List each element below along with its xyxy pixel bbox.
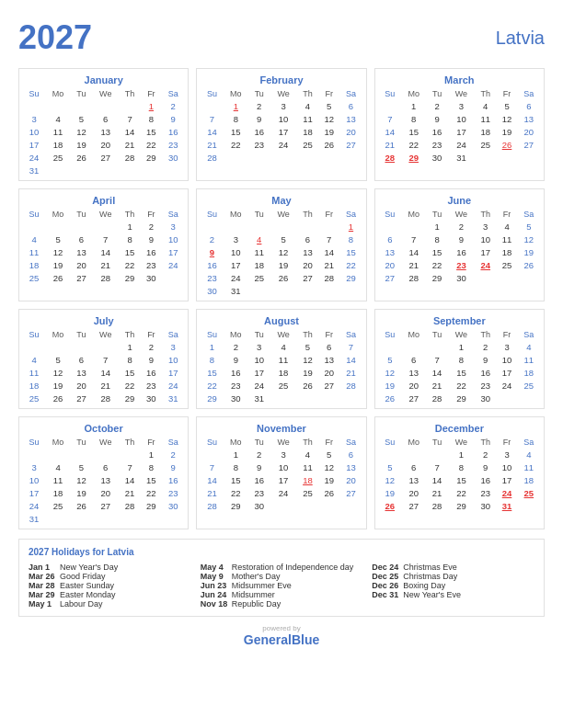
cal-day: 7: [119, 112, 140, 125]
brand-blue: Blue: [292, 632, 319, 647]
cal-day: 1: [201, 340, 223, 353]
cal-day: 23: [141, 258, 162, 271]
cal-day: 6: [401, 461, 427, 473]
cal-day: 18: [475, 125, 496, 138]
cal-day: [318, 392, 339, 404]
cal-day: 6: [518, 99, 540, 112]
cal-day: 13: [318, 353, 339, 366]
cal-day: 29: [119, 271, 140, 284]
cal-day: 13: [92, 125, 119, 138]
cal-day: 21: [119, 486, 140, 499]
cal-day: 20: [92, 138, 119, 151]
cal-day: 27: [401, 392, 427, 404]
cal-day: 22: [448, 379, 475, 392]
cal-day: 18: [248, 258, 270, 271]
cal-day: 29: [401, 151, 427, 164]
cal-day: 24: [23, 151, 45, 164]
cal-day: 10: [270, 461, 296, 473]
cal-day: 21: [401, 258, 427, 271]
cal-day: 27: [71, 392, 92, 404]
cal-day: 14: [379, 125, 401, 138]
cal-day: 17: [23, 138, 45, 151]
cal-day: [339, 499, 362, 512]
cal-day: 25: [496, 258, 517, 271]
cal-day: 17: [270, 473, 296, 486]
cal-day: 3: [448, 99, 475, 112]
cal-day: 26: [45, 392, 71, 404]
cal-day: 22: [426, 258, 447, 271]
cal-day: 26: [71, 499, 92, 512]
cal-day: 21: [426, 379, 447, 392]
cal-day: 12: [496, 112, 517, 125]
cal-day: 12: [297, 353, 318, 366]
cal-day: 8: [119, 233, 140, 245]
cal-day: 15: [224, 473, 249, 486]
cal-day: 2: [224, 340, 249, 353]
cal-day: 21: [92, 258, 119, 271]
cal-day: 7: [426, 353, 447, 366]
cal-day: 23: [162, 486, 184, 499]
cal-day: 20: [401, 486, 427, 499]
cal-day: [248, 151, 270, 164]
cal-day: 30: [426, 151, 447, 164]
cal-day: 13: [379, 245, 401, 258]
cal-day: 30: [448, 271, 475, 284]
cal-day: [270, 220, 296, 233]
cal-day: 6: [339, 99, 362, 112]
cal-table: SuMoTuWeThFrSa12345678910111213141516171…: [379, 329, 540, 404]
cal-day: 15: [426, 245, 447, 258]
cal-day: [318, 220, 339, 233]
month-title: February: [201, 74, 362, 85]
cal-day: 31: [248, 392, 270, 404]
holiday-name: Easter Sunday: [60, 581, 114, 590]
cal-day: [339, 392, 362, 404]
cal-day: [71, 448, 92, 461]
cal-day: 10: [270, 112, 296, 125]
cal-day: 4: [475, 99, 496, 112]
cal-day: 17: [448, 125, 475, 138]
month-block-july: JulySuMoTuWeThFrSa1234567891011121314151…: [18, 309, 189, 409]
cal-day: 29: [224, 499, 249, 512]
cal-day: 1: [141, 448, 162, 461]
cal-day: [401, 340, 427, 353]
cal-day: [45, 164, 71, 176]
cal-day: 7: [339, 340, 362, 353]
cal-day: 12: [71, 125, 92, 138]
cal-table: SuMoTuWeThFrSa12345678910111213141516171…: [201, 209, 362, 297]
cal-day: 8: [224, 112, 249, 125]
cal-day: [71, 99, 92, 112]
cal-day: 4: [297, 99, 318, 112]
cal-day: [297, 284, 318, 297]
holiday-item: Jun 23Midsummer Eve: [201, 581, 363, 590]
cal-day: 17: [496, 366, 517, 379]
cal-day: [92, 448, 119, 461]
cal-day: 8: [224, 461, 249, 473]
cal-day: 24: [448, 138, 475, 151]
holiday-name: New Year's Eve: [403, 590, 461, 599]
cal-day: 5: [45, 233, 71, 245]
cal-day: [297, 151, 318, 164]
month-block-may: MaySuMoTuWeThFrSa12345678910111213141516…: [196, 188, 366, 301]
cal-day: 4: [23, 353, 45, 366]
cal-day: 12: [270, 245, 296, 258]
cal-day: 26: [318, 138, 339, 151]
cal-day: 26: [518, 258, 540, 271]
cal-day: 9: [162, 112, 184, 125]
cal-day: 10: [162, 233, 184, 245]
month-title: December: [379, 423, 540, 434]
cal-day: 29: [119, 392, 140, 404]
holiday-item: Mar 26Good Friday: [29, 572, 191, 581]
cal-day: 29: [448, 499, 475, 512]
cal-day: 14: [426, 366, 447, 379]
cal-day: 11: [518, 461, 540, 473]
cal-day: 9: [475, 461, 496, 473]
cal-day: 25: [23, 271, 45, 284]
cal-day: 23: [224, 379, 249, 392]
holiday-date: Nov 18: [201, 599, 228, 609]
month-title: June: [379, 195, 540, 206]
cal-day: [45, 220, 71, 233]
cal-day: [224, 220, 249, 233]
cal-day: 19: [45, 258, 71, 271]
cal-day: 27: [297, 271, 318, 284]
cal-day: 6: [92, 112, 119, 125]
